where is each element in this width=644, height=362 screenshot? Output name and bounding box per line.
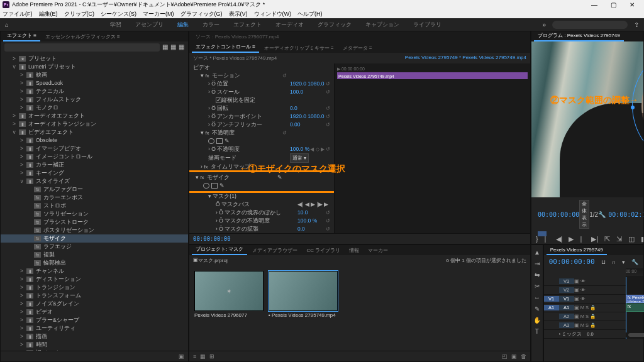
project-tab[interactable]: 情報 [345, 246, 363, 255]
effect-controls-list[interactable]: ビデオ▾ fx モーション↺› Ö 位置1920.0 1080.0↺› Ö スケ… [189, 63, 530, 233]
project-tab[interactable]: プロジェクト: マスク [192, 244, 247, 255]
effect-folder[interactable]: >▮トランスフォーム [1, 292, 188, 300]
project-clip[interactable]: ▪ Pexels Videos 2795749.mp4 [269, 271, 338, 346]
new-item-icon[interactable]: ◰ [502, 353, 508, 359]
effect-folder[interactable]: >▮オーディオトランジション [1, 120, 188, 128]
mosaic-mask-tools[interactable]: ▾ fx モザイク✎ ✎ [189, 172, 334, 191]
tl-link-icon[interactable]: ∩ [612, 259, 616, 265]
effect-folder[interactable]: >▮時間 [1, 341, 188, 349]
effect-folder[interactable]: >▮トランジション [1, 283, 188, 292]
project-clip[interactable]: ✶Pexels Videos 2796077 [194, 271, 264, 346]
effect-folder[interactable]: >▮モノクロ [1, 104, 188, 112]
freeform-icon[interactable]: ⊞ [209, 353, 214, 359]
list-view-icon[interactable]: ≡ [193, 353, 196, 359]
fx-filter2-icon[interactable]: ▦ [170, 43, 176, 52]
menu-bar[interactable]: ファイル(F)編集(E)クリップ(C)シーケンス(S)マーカー(M)グラフィック… [0, 9, 644, 18]
new-bin-icon[interactable]: ▣ [179, 353, 184, 359]
menu-item[interactable]: シーケンス(S) [101, 10, 136, 18]
tl-settings-icon[interactable]: 🔧 [631, 259, 638, 265]
ec-lane-clip[interactable]: Pexels Videos 2795749.mp4 [337, 72, 528, 79]
workspace-tab[interactable]: アセンブリ [135, 21, 164, 29]
effect-item[interactable]: fxストロボ [1, 202, 188, 210]
menu-item[interactable]: 表示(V) [229, 10, 248, 18]
source-sub-tab[interactable]: メタデータ ≡ [339, 43, 376, 53]
effect-folder[interactable]: >▮SpeedLook [1, 79, 188, 87]
pen-tool-icon[interactable]: ✎ [535, 305, 540, 312]
track-lanes[interactable]: 00:0000:00:14:2300:00:29:2300:00:44:2200… [626, 268, 643, 339]
new-bin2-icon[interactable]: ▣ [511, 353, 517, 359]
source-sub-tab[interactable]: エフェクトコントロール ≡ [192, 42, 259, 53]
maximize-button[interactable]: ▢ [604, 1, 623, 8]
workspace-overflow-icon[interactable]: » [542, 21, 546, 28]
workspace-tab[interactable]: エフェクト [233, 21, 262, 29]
workspace-tab[interactable]: オーディオ [275, 21, 304, 29]
effect-folder[interactable]: >▮映画 [1, 71, 188, 79]
ripple-tool-icon[interactable]: ⇆ [535, 272, 540, 278]
effect-folder[interactable]: >▮チャンネル [1, 267, 188, 275]
slip-tool-icon[interactable]: ↔ [534, 294, 540, 301]
effect-item[interactable]: fxソラリゼーション [1, 210, 188, 218]
clip-audio-a1[interactable]: fx [626, 304, 644, 312]
menu-item[interactable]: 編集(E) [39, 10, 58, 18]
workspace-tab[interactable]: 編集 [177, 21, 189, 29]
source-tab[interactable]: ソース : Pexels Videos 2796077.mp4 [192, 32, 282, 41]
effect-folder[interactable]: >▮イメージコントロール [1, 153, 188, 161]
step-fwd-icon[interactable]: |▶ [580, 235, 585, 244]
program-viewport[interactable]: ②マスク範囲の調整→ [531, 41, 643, 197]
trash-icon[interactable]: 🗑 [521, 353, 526, 359]
effect-item[interactable]: fx輪郭検出 [1, 259, 188, 267]
program-transport[interactable]: ▾ { } |◀ ◀| ▶ |▶ ▶| ⇱ ⇲ ◫ ◧ + [531, 231, 643, 244]
tl-snap-icon[interactable]: ⊔ [601, 259, 606, 265]
workspace-tab[interactable]: ライブラリ [413, 21, 441, 29]
source-sub-tabs[interactable]: エフェクトコントロール ≡オーディオクリップミキサー ≡メタデータ ≡ [189, 41, 530, 53]
goto-in-icon[interactable]: |◀ [545, 235, 550, 244]
effect-item[interactable]: fx複製 [1, 251, 188, 259]
effect-folder[interactable]: >▮フィルムストック [1, 96, 188, 104]
time-ruler[interactable]: 00:0000:00:14:2300:00:29:2300:00:44:2200… [626, 268, 643, 277]
source-sub-tab[interactable]: オーディオクリップミキサー ≡ [260, 43, 338, 53]
ec-head-right[interactable]: Pexels Videos 2795749 * Pexels Videos 27… [405, 55, 526, 62]
program-zoom-select[interactable]: 全体表示 [579, 200, 589, 229]
effect-folder[interactable]: >▮ノイズ&グレイン [1, 300, 188, 308]
menu-item[interactable]: ファイル(F) [3, 10, 33, 18]
close-button[interactable]: ✕ [623, 1, 641, 8]
fx-filter3-icon[interactable]: ▦ [179, 43, 184, 52]
ec-timecode[interactable]: 00:00:00:00 [193, 236, 231, 242]
effects-tree[interactable]: >★プリセットv▮Lumetri プリセット>▮映画>▮SpeedLook>▮テ… [1, 53, 188, 351]
effect-folder[interactable]: >▮ビデオ [1, 308, 188, 316]
clip-video-v1[interactable]: fx Pexels Videos 279 [626, 295, 644, 303]
effects-tab[interactable]: エフェクト ≡ [3, 31, 40, 41]
effect-folder[interactable]: v▮ビデオエフェクト [1, 128, 188, 136]
effect-folder[interactable]: >▮カラー補正 [1, 161, 188, 169]
track-headers[interactable]: V3▣ 👁V2▣ 👁V1V1▣ 👁A1A1▣ M S 🔒A2▣ M S 🔒A3▣… [544, 268, 626, 339]
effects-search-input[interactable] [4, 43, 160, 52]
export-frame-icon[interactable]: ◫ [628, 235, 635, 244]
project-tabs[interactable]: プロジェクト: マスクメディアブラウザーCC ライブラリ情報マーカー [189, 245, 530, 255]
timeline-tools[interactable]: ▲ ⇥ ⇆ ✂ ↔ ✎ ✋ T [531, 244, 543, 362]
razor-tool-icon[interactable]: ✂ [535, 283, 540, 290]
search-input[interactable] [552, 21, 628, 29]
effect-item[interactable]: fxブラシストローク [1, 218, 188, 226]
type-tool-icon[interactable]: T [535, 328, 539, 335]
effect-folder[interactable]: v▮スタイライズ [1, 177, 188, 185]
lift-icon[interactable]: ⇱ [604, 235, 610, 244]
project-tab[interactable]: マーカー [364, 246, 392, 255]
fx-filter-icon[interactable]: ▦ [162, 43, 168, 52]
wrench-icon[interactable]: 🔧 [598, 211, 606, 218]
source-panel-tabs[interactable]: ソース : Pexels Videos 2796077.mp4 [189, 31, 530, 41]
effect-item[interactable]: fxカラーエンボス [1, 194, 188, 202]
program-tc-left[interactable]: 00:00:00:00 [538, 211, 579, 218]
workspace-tab[interactable]: キャプション [365, 21, 399, 29]
mark-out-icon[interactable]: } [536, 235, 538, 244]
selection-tool-icon[interactable]: ▲ [534, 249, 540, 256]
project-tab[interactable]: メディアブラウザー [248, 246, 301, 255]
menu-item[interactable]: ウィンドウ(W) [254, 10, 292, 18]
effect-folder[interactable]: >▮ブラー&シャープ [1, 316, 188, 324]
menu-item[interactable]: ヘルプ(H) [297, 10, 323, 18]
compare-icon[interactable]: ◧ [641, 235, 644, 244]
effect-folder[interactable]: >▮Obsolete [1, 136, 188, 145]
workspace-tab[interactable]: グラフィック [318, 21, 352, 29]
menu-item[interactable]: マーカー(M) [143, 10, 174, 18]
share-icon[interactable]: ⇪ [634, 21, 639, 28]
bread-crumb-icon[interactable]: ▣ [193, 257, 198, 264]
